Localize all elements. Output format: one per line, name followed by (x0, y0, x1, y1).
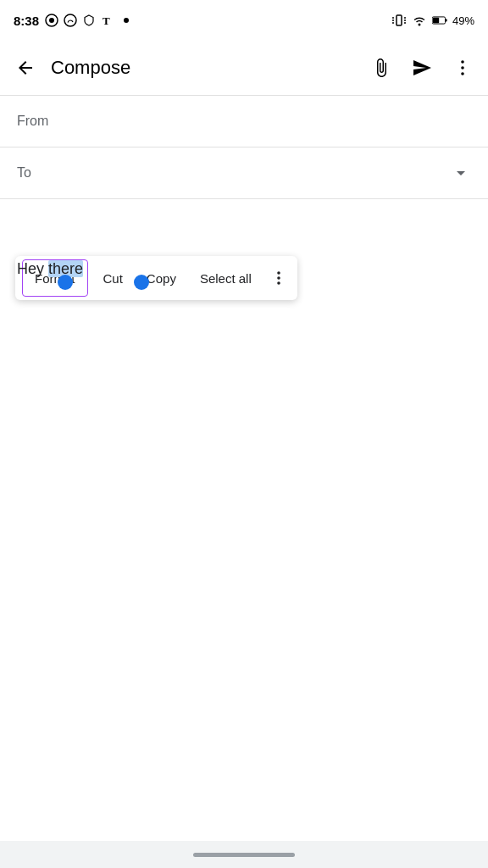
svg-point-17 (461, 60, 464, 64)
send-button[interactable] (403, 49, 441, 86)
svg-text:T: T (103, 14, 110, 27)
home-indicator (193, 853, 295, 857)
svg-point-19 (461, 72, 464, 75)
svg-point-13 (418, 24, 420, 26)
dot-icon (119, 13, 134, 28)
svg-rect-15 (433, 18, 439, 24)
nyt-icon: T (100, 13, 115, 28)
from-field: From (0, 96, 488, 147)
attach-button[interactable] (363, 49, 400, 86)
bottom-nav-bar (0, 841, 488, 868)
app-bar: Compose (0, 41, 488, 95)
to-chevron-icon[interactable] (451, 163, 471, 183)
app-bar-actions (363, 49, 481, 86)
more-options-button[interactable] (444, 49, 481, 86)
status-time: 8:38 (14, 14, 39, 28)
svg-rect-16 (446, 19, 447, 21)
text-before-selection: Hey (17, 260, 48, 277)
selection-handles (17, 280, 471, 297)
to-field[interactable]: To (0, 147, 488, 198)
to-label: To (17, 165, 68, 181)
wifi-icon (412, 13, 427, 28)
from-label: From (17, 114, 68, 129)
battery-icon (432, 13, 447, 28)
compose-text-area[interactable]: Hey there (17, 260, 471, 278)
status-right: 49% (391, 13, 474, 28)
status-bar: 8:38 T (0, 0, 488, 41)
svg-point-1 (49, 18, 54, 23)
selection-handle-left (58, 275, 73, 290)
selection-handle-right (134, 275, 149, 290)
svg-rect-5 (396, 15, 402, 25)
status-icons: T (44, 13, 134, 28)
vibrate-icon (391, 13, 407, 28)
page-title: Compose (51, 57, 356, 79)
battery-percent: 49% (452, 14, 474, 27)
to-divider (0, 198, 488, 199)
notification-icon (44, 13, 59, 28)
whatsapp-icon (63, 13, 78, 28)
svg-point-18 (461, 66, 464, 70)
compose-body: Hey there (0, 247, 488, 416)
shield-icon (81, 13, 97, 28)
back-button[interactable] (7, 49, 44, 86)
svg-point-4 (124, 18, 129, 23)
